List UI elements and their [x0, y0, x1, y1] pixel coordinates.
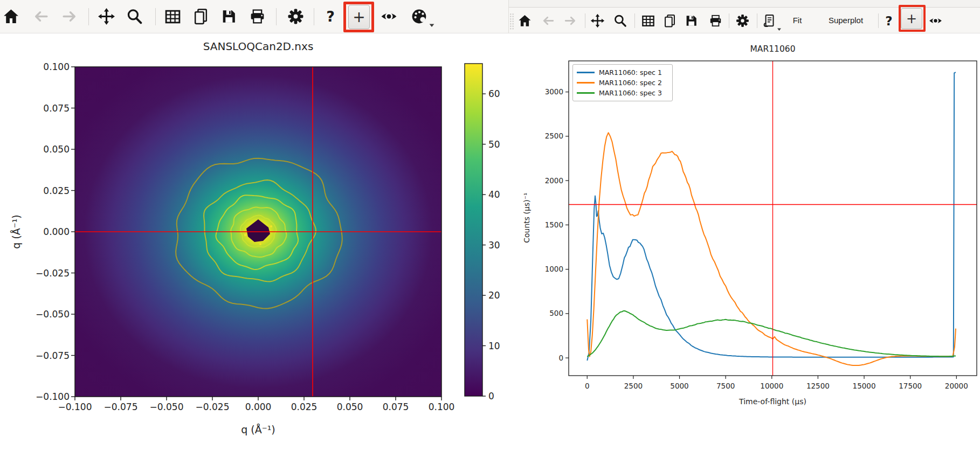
settings-gear-icon[interactable]: [735, 13, 750, 28]
svg-text:−0.100: −0.100: [58, 401, 92, 412]
legend-label: MAR11060: spec 3: [599, 89, 662, 97]
svg-text:500: 500: [549, 309, 563, 317]
svg-text:10000: 10000: [760, 382, 783, 390]
svg-text:0.000: 0.000: [245, 401, 272, 412]
svg-text:0.075: 0.075: [383, 401, 409, 412]
home-icon[interactable]: [517, 13, 532, 28]
help-button[interactable]: ?: [322, 8, 339, 25]
svg-text:0: 0: [558, 354, 563, 362]
svg-text:60: 60: [488, 88, 500, 99]
svg-text:1000: 1000: [545, 265, 563, 273]
left-plot-title: SANSLOQCan2D.nxs: [75, 40, 441, 53]
zoom-icon[interactable]: [126, 8, 143, 25]
pan-icon[interactable]: [590, 13, 605, 28]
svg-text:0.050: 0.050: [43, 144, 70, 155]
save-icon[interactable]: [684, 13, 699, 28]
left-plot-xlabel: q (Å⁻¹): [75, 424, 441, 435]
forward-icon[interactable]: [563, 13, 578, 28]
colormap-palette-icon[interactable]: [411, 8, 429, 25]
svg-text:12500: 12500: [806, 382, 830, 390]
window-seam: [508, 0, 509, 33]
zoom-icon[interactable]: [613, 13, 627, 28]
back-icon[interactable]: [32, 8, 50, 25]
pan-icon[interactable]: [98, 8, 115, 25]
svg-text:−0.075: −0.075: [36, 350, 70, 361]
crosshair-eye-icon[interactable]: [928, 13, 943, 28]
svg-text:0.075: 0.075: [43, 103, 70, 114]
svg-text:0: 0: [488, 391, 494, 401]
svg-text:−0.075: −0.075: [104, 401, 138, 412]
toolbar-separator: [155, 8, 156, 25]
legend-label: MAR11060: spec 2: [599, 79, 662, 87]
save-icon[interactable]: [220, 8, 238, 25]
svg-text:0: 0: [585, 382, 590, 390]
svg-text:0.025: 0.025: [43, 185, 70, 196]
svg-text:5000: 5000: [670, 382, 688, 390]
svg-text:0.100: 0.100: [429, 401, 455, 412]
svg-text:−0.025: −0.025: [196, 401, 230, 412]
toolbar-separator: [314, 8, 314, 25]
crosshair-eye-icon[interactable]: [380, 8, 398, 25]
fit-button[interactable]: Fit: [786, 8, 808, 33]
superplot-button[interactable]: Superplot: [819, 8, 873, 33]
svg-text:3000: 3000: [545, 87, 563, 96]
toolbar-grip-handle[interactable]: [509, 13, 514, 30]
svg-text:1500: 1500: [545, 220, 563, 229]
svg-text:30: 30: [488, 240, 500, 251]
right-window-titlebar: [508, 0, 980, 8]
toolbar-separator: [878, 13, 879, 28]
add-subplot-button[interactable]: +: [348, 5, 370, 29]
svg-text:−0.025: −0.025: [36, 268, 70, 279]
svg-text:17500: 17500: [899, 382, 922, 390]
svg-text:40: 40: [488, 189, 500, 200]
svg-text:0.100: 0.100: [43, 61, 70, 72]
grid-subplots-icon[interactable]: [641, 13, 655, 28]
palette-dropdown-caret-icon[interactable]: [428, 22, 436, 31]
script-dropdown-caret-icon[interactable]: [776, 25, 782, 34]
svg-text:10: 10: [488, 341, 500, 351]
svg-text:20: 20: [488, 290, 500, 301]
plots-canvas[interactable]: −0.100−0.075−0.050−0.0250.0000.0250.0500…: [0, 0, 980, 450]
toolbar-separator: [729, 13, 729, 28]
legend[interactable]: MAR11060: spec 1MAR11060: spec 2MAR11060…: [572, 64, 673, 101]
settings-gear-icon[interactable]: [287, 8, 305, 25]
colorbar: [465, 64, 482, 396]
copy-icon[interactable]: [192, 8, 210, 25]
toolbar-separator: [757, 13, 757, 28]
left-plot-toolbar: ? +: [0, 0, 508, 33]
toolbar-separator: [88, 8, 89, 25]
svg-text:7500: 7500: [716, 382, 735, 390]
svg-text:15000: 15000: [853, 382, 876, 390]
right-plot-ylabel: Counts (μs)⁻¹: [522, 192, 531, 243]
legend-line-sample: [577, 92, 595, 94]
copy-icon[interactable]: [662, 13, 677, 28]
legend-entry[interactable]: MAR11060: spec 1: [577, 67, 668, 78]
grid-subplots-icon[interactable]: [164, 8, 182, 25]
svg-text:−0.050: −0.050: [36, 309, 70, 320]
app-stage: −0.100−0.075−0.050−0.0250.0000.0250.0500…: [0, 0, 980, 450]
print-icon[interactable]: [249, 8, 266, 25]
right-plot-xlabel: Time-of-flight (μs): [569, 397, 977, 406]
forward-icon[interactable]: [61, 8, 79, 25]
add-subplot-button[interactable]: +: [901, 8, 922, 29]
toolbar-separator: [634, 13, 635, 28]
help-button[interactable]: ?: [883, 14, 895, 29]
right-plot-toolbar: Fit Superplot ? +: [508, 8, 980, 33]
back-icon[interactable]: [541, 13, 555, 28]
legend-label: MAR11060: spec 1: [599, 68, 662, 77]
svg-text:−0.050: −0.050: [150, 401, 184, 412]
svg-text:2000: 2000: [545, 176, 563, 185]
svg-text:0.025: 0.025: [291, 401, 318, 412]
svg-text:50: 50: [488, 139, 500, 150]
svg-text:2500: 2500: [545, 131, 563, 140]
legend-entry[interactable]: MAR11060: spec 2: [577, 78, 668, 88]
toolbar-separator: [585, 13, 585, 28]
svg-text:0.000: 0.000: [43, 226, 70, 237]
generate-script-icon[interactable]: [762, 13, 776, 28]
home-icon[interactable]: [2, 8, 20, 25]
legend-entry[interactable]: MAR11060: spec 3: [577, 88, 668, 98]
toolbar-separator: [276, 8, 277, 25]
svg-text:2500: 2500: [624, 382, 643, 390]
print-icon[interactable]: [708, 13, 723, 28]
svg-text:20000: 20000: [945, 382, 968, 390]
